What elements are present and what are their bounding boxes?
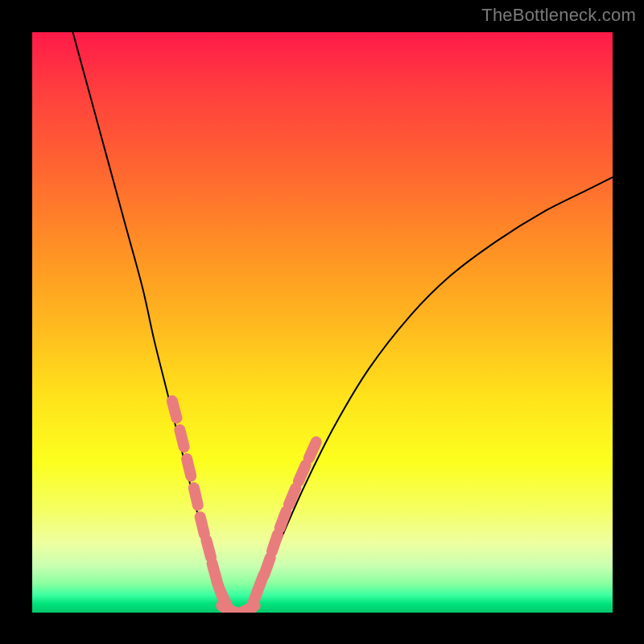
plot-area	[32, 32, 613, 613]
marker-bead	[289, 489, 295, 505]
chart-svg	[32, 32, 613, 613]
marker-bead	[194, 488, 198, 505]
marker-bead	[180, 430, 184, 447]
marker-bead	[187, 459, 191, 476]
marker-bead	[299, 465, 306, 481]
bottleneck-curve	[72, 32, 613, 613]
marker-bead	[280, 511, 287, 528]
curve-group	[72, 32, 613, 613]
marker-bead	[309, 442, 316, 458]
chart-container: TheBottleneck.com	[0, 0, 644, 644]
marker-bead	[264, 558, 270, 575]
marker-bead	[272, 535, 278, 551]
marker-bead	[206, 540, 211, 557]
marker-bead	[172, 401, 177, 418]
watermark-text: TheBottleneck.com	[481, 5, 636, 26]
marker-bead	[200, 517, 204, 534]
